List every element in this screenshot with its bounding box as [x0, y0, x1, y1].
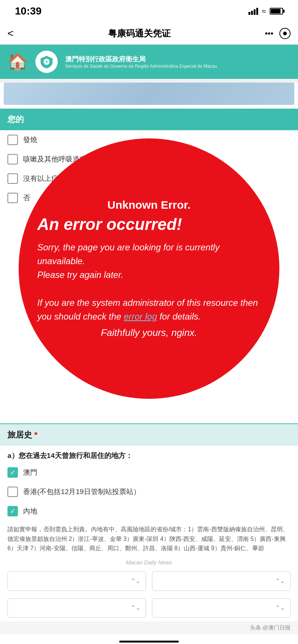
- bottom-footer: 头条 @澳门日报: [0, 621, 298, 634]
- watermark: Macao Daily News: [0, 557, 298, 568]
- signal-icon: [248, 7, 258, 15]
- home-bar: [0, 634, 298, 644]
- error-body: Sorry, the page you are looking for is c…: [37, 240, 261, 323]
- nav-actions: •••: [265, 28, 291, 39]
- error-link: error log: [124, 311, 157, 321]
- section-title: 旅居史: [7, 429, 32, 440]
- error-signature: Faithfully yours, nginx.: [37, 327, 261, 339]
- you-section: 您的: [0, 109, 298, 130]
- home-icon: 🏠: [7, 52, 28, 71]
- error-title2: An error occurred!: [37, 215, 261, 234]
- label-mainland: 內地: [23, 506, 37, 516]
- form-note: 請如實申報，否則需負上刑責。內地有中、高風險地區的省份/城市：1）雲南-西雙版納…: [0, 521, 298, 557]
- checkbox-icon-macau[interactable]: ✓: [7, 467, 18, 478]
- checkbox-mainland[interactable]: ✓ 內地: [0, 502, 298, 521]
- battery-icon: [270, 8, 283, 15]
- required-indicator: *: [34, 430, 38, 440]
- status-time: 10:39: [15, 5, 42, 17]
- checkbox-icon-mainland[interactable]: ✓: [7, 506, 18, 516]
- back-button[interactable]: <: [7, 28, 13, 39]
- error-overlay: Unknown Error. An error occurred! Sorry,…: [19, 138, 279, 399]
- nav-bar: < 粤康码通关凭证 •••: [0, 22, 298, 45]
- org-info: 澳門特別行政區政府衛生局 Serviços de Saúde do Govern…: [65, 55, 217, 69]
- checkbox-icon-no[interactable]: [7, 193, 18, 203]
- org-logo: +: [35, 51, 58, 73]
- dropdown-2-arrow: ⌃⌄: [275, 577, 285, 584]
- label-no: 否: [23, 193, 30, 203]
- error-body-2: Please try again later.: [37, 270, 123, 280]
- footer-text: 头条 @澳门日报: [250, 624, 291, 631]
- note-text: 請如實申報，否則需負上刑責。內地有中、高風險地區的省份/城市：1）雲南-西雙版納…: [7, 526, 289, 551]
- header-banner: 🏠 + 澳門特別行政區政府衛生局 Serviços de Saúde do Go…: [0, 45, 298, 79]
- label-hk: 香港(不包括12月19日管制站投票站）: [23, 487, 140, 497]
- wifi-icon: ≈: [262, 7, 266, 16]
- dropdown-1-arrow: ⌃⌄: [131, 577, 140, 584]
- error-title1: Unknown Error.: [37, 199, 261, 211]
- dropdown-3-arrow: ⌃⌄: [131, 604, 140, 611]
- label-macau: 澳門: [23, 468, 37, 477]
- form-area: 您的 發燒 咳嗽及其他呼吸道症狀 沒有以上症狀 否 Unknown Error.…: [0, 83, 298, 621]
- page-title: 粤康码通关凭证: [108, 28, 171, 39]
- checkbox-icon-hk[interactable]: [7, 487, 18, 497]
- dropdown-4[interactable]: ⌃⌄: [152, 598, 291, 618]
- error-body-4: for details.: [159, 311, 201, 321]
- svg-text:+: +: [45, 59, 48, 65]
- dropdown-2[interactable]: ⌃⌄: [152, 571, 291, 591]
- you-section-label: 您的: [7, 114, 24, 125]
- dropdown-1[interactable]: ⌃⌄: [7, 571, 146, 591]
- dropdown-row-2: ⌃⌄ ⌃⌄: [0, 595, 298, 621]
- more-options-button[interactable]: •••: [265, 29, 273, 38]
- org-name-cn: 澳門特別行政區政府衛生局: [65, 55, 217, 64]
- status-bar: 10:39 ≈: [0, 0, 298, 22]
- dropdown-row-1: ⌃⌄ ⌃⌄: [0, 568, 298, 595]
- label-fever: 發燒: [23, 135, 37, 145]
- org-name-pt: Serviços de Saúde do Governo da Região A…: [65, 64, 217, 69]
- checkbox-icon-fever[interactable]: [7, 135, 18, 145]
- home-bar-indicator: [119, 641, 179, 643]
- dropdown-4-arrow: ⌃⌄: [275, 604, 285, 611]
- checkbox-hk[interactable]: 香港(不包括12月19日管制站投票站）: [0, 482, 298, 502]
- record-button[interactable]: [279, 28, 291, 39]
- section-travel-history: 旅居史 *: [0, 423, 298, 446]
- error-body-1: Sorry, the page you are looking for is c…: [37, 242, 219, 266]
- sub-question-a: a）您在過去14天曾旅行和居住的地方：: [0, 446, 298, 463]
- blurred-header-image: [4, 83, 294, 105]
- dropdown-3[interactable]: ⌃⌄: [7, 598, 146, 618]
- checkbox-icon-none-symptom[interactable]: [7, 173, 18, 184]
- checkbox-macau[interactable]: ✓ 澳門: [0, 463, 298, 482]
- status-icons: ≈: [248, 7, 283, 16]
- checkbox-icon-cough[interactable]: [7, 154, 18, 164]
